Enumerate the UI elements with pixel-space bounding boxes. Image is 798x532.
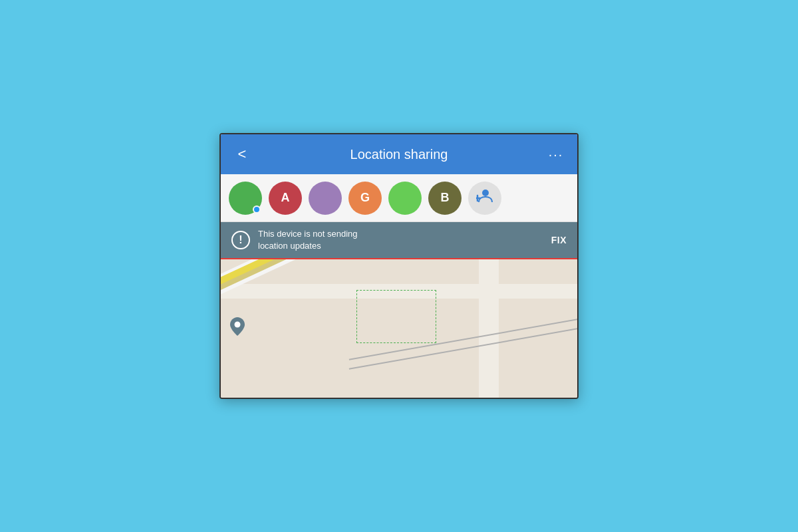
more-options-button[interactable]: ··· — [545, 147, 567, 162]
svg-point-0 — [482, 190, 489, 196]
add-person-icon — [476, 189, 493, 207]
warning-icon: ! — [231, 231, 250, 249]
avatars-row: A G B — [221, 174, 577, 222]
app-header: < Location sharing ··· — [221, 134, 577, 174]
svg-point-3 — [235, 322, 241, 328]
fix-button[interactable]: FIX — [551, 235, 567, 245]
avatar-2[interactable]: A — [269, 182, 302, 215]
map-location-pin — [230, 317, 245, 340]
map-view[interactable] — [221, 259, 577, 398]
add-person-button[interactable] — [468, 182, 501, 215]
page-title: Location sharing — [253, 147, 545, 162]
warning-message: This device is not sending location upda… — [258, 228, 543, 252]
avatar-1[interactable] — [229, 182, 262, 215]
avatar-5[interactable] — [388, 182, 422, 215]
map-building-outline — [356, 290, 436, 343]
active-dot — [253, 205, 261, 213]
phone-frame: < Location sharing ··· A G B — [219, 133, 579, 399]
avatar-3[interactable] — [309, 182, 342, 215]
warning-banner: ! This device is not sending location up… — [221, 222, 577, 259]
avatar-4[interactable]: G — [348, 182, 382, 215]
map-road-vertical — [479, 259, 499, 398]
avatar-6[interactable]: B — [428, 182, 462, 215]
back-button[interactable]: < — [231, 146, 253, 163]
